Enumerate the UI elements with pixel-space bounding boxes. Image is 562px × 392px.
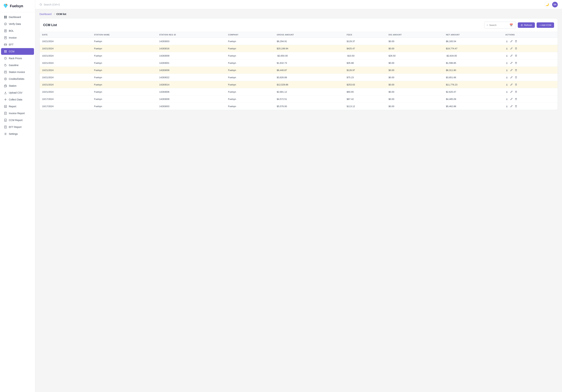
delete-button[interactable] [515,61,518,64]
delete-button[interactable] [515,47,518,50]
refresh-button[interactable]: Refresh [518,22,535,28]
sidebar-item-dashboard[interactable]: Dashboard [1,14,34,20]
download-button[interactable] [505,76,508,79]
sidebar-item-settings[interactable]: Settings [1,131,34,137]
cell-gross-amount: $5,576.00 [274,103,344,110]
svg-rect-46 [515,70,517,71]
card-title: CCM List [43,23,57,27]
cell-actions [503,81,558,88]
edit-button[interactable] [510,83,513,86]
cell-dis-amount: $0.00 [386,81,444,88]
eft-report-icon [4,125,7,129]
download-button[interactable] [505,69,508,72]
sidebar-label-ccm: CCM [9,50,14,53]
sidebar-item-collect-data[interactable]: Collect Data [1,96,34,103]
cell-gross-amount: $20,199.94 [274,45,344,52]
cell-date: 10/21/2024 [40,45,92,52]
delete-icon [515,69,517,71]
breadcrumb-dashboard-link[interactable]: Dashboard [39,13,52,15]
sidebar-item-gasoline[interactable]: Gasoline [1,62,34,69]
table-search-input-wrapper[interactable]: 📅 [484,22,516,29]
cell-date: 10/21/2024 [40,59,92,67]
download-icon [506,91,508,93]
cell-actions [503,103,558,110]
cell-company: Fuelsyn [225,52,274,59]
sidebar-item-ccm[interactable]: CCM [1,48,34,55]
edit-button[interactable] [510,40,513,43]
topbar-search[interactable]: Search (Ctrl+/) [39,3,60,6]
sidebar-item-station-invoice[interactable]: Station Invoice [1,69,34,75]
sidebar-item-report[interactable]: Report [1,103,34,110]
sidebar-label-ccm-report: CCM Report [9,119,23,121]
cell-dis-amount: $0.00 [386,88,444,95]
download-button[interactable] [505,40,508,43]
add-ccm-button[interactable]: + Add CCM [537,22,554,28]
edit-button[interactable] [510,61,513,64]
delete-button[interactable] [515,54,518,57]
sidebar-item-ccm-report[interactable]: CCM Report [1,117,34,123]
cell-date: 10/17/2024 [40,103,92,110]
cell-fees: $87.42 [344,95,386,103]
calendar-icon-button[interactable]: 📅 [509,23,514,27]
logo-area: Fuelsyn [0,0,35,12]
sidebar-item-rack-prices[interactable]: Rack Prices [1,55,34,62]
sidebar-item-station[interactable]: Station [1,83,34,89]
sidebar-item-invoice[interactable]: Invoice [1,34,34,41]
cell-gross-amount: $3,926.89 [274,74,344,81]
download-button[interactable] [505,90,508,93]
sidebar-item-verify-data[interactable]: Verify Data [1,21,34,27]
delete-button[interactable] [515,90,518,93]
cell-station-name: Fuelsyn [92,74,157,81]
edit-button[interactable] [510,97,513,101]
download-button[interactable] [505,105,508,108]
download-button[interactable] [505,47,508,50]
theme-toggle-button[interactable]: 🌙 [544,2,550,7]
sidebar-item-invoice-report[interactable]: Invoice Report [1,110,34,117]
cell-dis-amount: $0.00 [386,74,444,81]
download-button[interactable] [505,61,508,64]
svg-point-27 [5,99,6,100]
edit-button[interactable] [510,90,513,93]
col-fees: FEES [344,32,386,38]
cell-dis-amount: $0.00 [386,103,444,110]
edit-button[interactable] [510,47,513,50]
sidebar-label-collect-data: Collect Data [9,98,22,101]
table-search-input[interactable] [489,24,508,26]
delete-button[interactable] [515,97,518,101]
invoice-report-icon [4,112,7,115]
breadcrumb-current: CCM list [56,13,66,15]
download-button[interactable] [505,83,508,86]
cell-fees: $253.63 [344,81,386,88]
edit-button[interactable] [510,69,513,72]
delete-button[interactable] [515,105,518,108]
delete-button[interactable] [515,83,518,86]
delete-button[interactable] [515,40,518,43]
cell-actions [503,88,558,95]
edit-button[interactable] [510,54,513,57]
col-company: COMPANY [225,32,274,38]
download-icon [506,54,508,57]
sidebar-item-credits-debits[interactable]: Credits/Debits [1,76,34,82]
cell-net-amount: $3,851.66 [444,74,503,81]
download-button[interactable] [505,97,508,101]
edit-button[interactable] [510,105,513,108]
download-icon [506,105,508,107]
avatar[interactable]: SA [552,2,558,7]
sidebar-item-upload-csv[interactable]: Upload CSV [1,89,34,96]
sidebar-item-eft-report[interactable]: EFT Report [1,124,34,130]
svg-rect-33 [5,126,7,128]
refresh-icon [521,24,523,26]
sidebar-label-station-invoice: Station Invoice [9,71,25,73]
sidebar-item-bol[interactable]: BOL [1,27,34,34]
delete-button[interactable] [515,69,518,72]
svg-rect-52 [515,91,517,93]
cell-station-name: Fuelsyn [92,103,157,110]
eft-icon [4,43,7,46]
svg-rect-3 [6,16,7,17]
sidebar-item-eft[interactable]: EFT [1,41,34,48]
download-button[interactable] [505,54,508,57]
edit-button[interactable] [510,76,513,79]
cell-gross-amount: $6,440.87 [274,67,344,74]
download-icon [506,76,508,79]
delete-button[interactable] [515,76,518,79]
